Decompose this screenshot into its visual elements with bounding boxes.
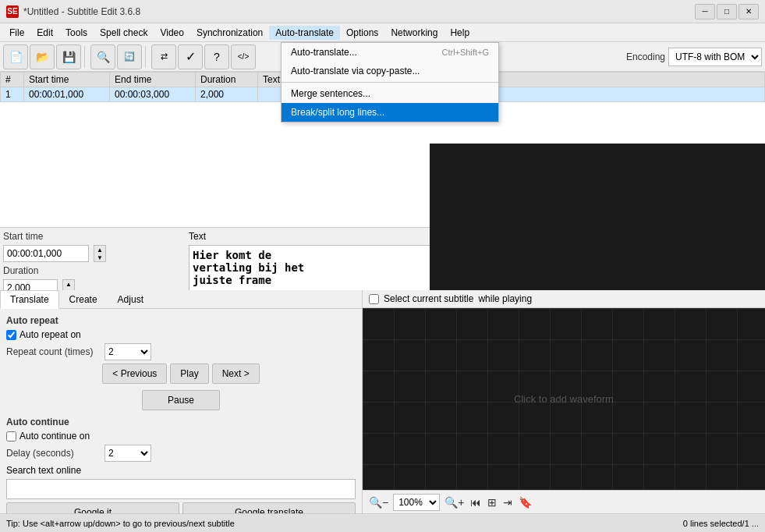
menu-options[interactable]: Options — [340, 26, 384, 40]
close-button[interactable]: ✕ — [738, 4, 759, 20]
code-button[interactable]: </> — [231, 44, 256, 69]
col-start-time: Start time — [24, 73, 110, 87]
delay-select[interactable]: 2 3 5 — [104, 445, 151, 462]
merge-sentences-label: Merge sentences... — [291, 88, 370, 99]
auto-repeat-on-label: Auto repeat on — [19, 329, 81, 340]
auto-translate-copy-label: Auto-translate via copy-paste... — [291, 66, 420, 76]
zoom-in-button[interactable]: 🔍+ — [443, 496, 466, 509]
autotranslate-dropdown: Auto-translate... Ctrl+Shift+G Auto-tran… — [281, 42, 499, 122]
next-btn[interactable]: Next > — [212, 364, 260, 384]
auto-translate-shortcut: Ctrl+Shift+G — [441, 48, 489, 57]
break-split-item[interactable]: Break/split long lines... — [282, 103, 498, 122]
start-time-input-row: ▲ ▼ — [3, 245, 182, 262]
spin-up[interactable]: ▲ — [94, 246, 105, 254]
tab-translate[interactable]: Translate — [0, 290, 59, 309]
find-button[interactable]: 🔍 — [90, 44, 115, 69]
break-split-label: Break/split long lines... — [291, 107, 384, 118]
cell-num: 1 — [1, 87, 24, 102]
auto-continue-section-label: Auto continue — [6, 417, 356, 427]
dur-spin-up[interactable]: ▲ — [63, 280, 74, 288]
previous-button[interactable]: < Previous — [102, 364, 167, 384]
menu-bar: File Edit Tools Spell check Video Synchr… — [0, 23, 765, 42]
google-it-button[interactable]: Google it — [6, 502, 179, 513]
auto-translate-copy-item[interactable]: Auto-translate via copy-paste... — [282, 62, 498, 80]
start-time-input[interactable] — [3, 245, 89, 262]
check-button[interactable]: ✓ — [178, 44, 203, 69]
select-subtitle-row: Select current subtitle while playing — [363, 290, 765, 308]
auto-repeat-on-row: Auto repeat on — [6, 329, 356, 340]
waveform-placeholder: Click to add waveform — [514, 393, 614, 405]
col-end-time: End time — [110, 73, 196, 87]
tab-create[interactable]: Create — [59, 290, 108, 309]
auto-translate-item[interactable]: Auto-translate... Ctrl+Shift+G — [282, 43, 498, 62]
delay-row: Delay (seconds) 2 3 5 — [6, 445, 356, 462]
start-time-label: Start time — [3, 231, 58, 242]
tabs-header: Translate Create Adjust — [0, 290, 362, 309]
menu-synchronization[interactable]: Synchronization — [190, 26, 269, 40]
menu-spellcheck[interactable]: Spell check — [94, 26, 154, 40]
duration-label: Duration — [3, 265, 58, 276]
menu-file[interactable]: File — [3, 26, 30, 40]
repeat-count-select[interactable]: 2 3 5 — [104, 343, 151, 360]
auto-repeat-checkbox[interactable] — [6, 330, 16, 340]
status-bar: Tip: Use <alt+arrow up/down> to go to pr… — [0, 513, 765, 532]
waveform-display[interactable]: Click to add waveform — [363, 308, 765, 490]
zoom-out-button[interactable]: 🔍− — [367, 496, 390, 509]
text-label: Text — [189, 231, 206, 242]
go-start-button[interactable]: ⏮ — [469, 496, 483, 509]
tab-adjust[interactable]: Adjust — [108, 290, 154, 309]
maximize-button[interactable]: □ — [717, 4, 737, 20]
select-subtitle-checkbox[interactable] — [369, 294, 379, 304]
bookmark-button[interactable]: 🔖 — [517, 496, 533, 509]
spin-down[interactable]: ▼ — [94, 254, 105, 261]
menu-autotranslate[interactable]: Auto-translate — [269, 26, 340, 40]
title-bar: SE *Untitled - Subtitle Edit 3.6.8 ─ □ ✕ — [0, 0, 765, 23]
new-button[interactable]: 📄 — [3, 44, 28, 69]
auto-translate-label: Auto-translate... — [291, 47, 357, 58]
repeat-count-label: Repeat count (times) — [6, 346, 100, 357]
replace-button[interactable]: 🔄 — [117, 44, 142, 69]
delay-label: Delay (seconds) — [6, 448, 100, 459]
menu-tools[interactable]: Tools — [59, 26, 94, 40]
move-right-button[interactable]: ⇥ — [501, 496, 514, 509]
encoding-area: Encoding UTF-8 with BOM — [626, 48, 762, 66]
search-text-online-label: Search text online — [6, 465, 356, 476]
while-playing-label: while playing — [478, 293, 532, 304]
merge-sentences-item[interactable]: Merge sentences... — [282, 84, 498, 103]
tabs-area: Translate Create Adjust Auto repeat Auto… — [0, 290, 363, 513]
app-title: *Untitled - Subtitle Edit 3.6.8 — [23, 6, 140, 17]
menu-edit[interactable]: Edit — [30, 26, 59, 40]
search-input[interactable] — [6, 479, 356, 499]
open-button[interactable]: 📂 — [30, 44, 55, 69]
auto-repeat-section-label: Auto repeat — [6, 315, 356, 326]
dropdown-separator — [282, 82, 498, 83]
frames-button[interactable]: ⊞ — [486, 496, 498, 509]
toolbar-separator-1 — [84, 46, 87, 68]
auto-continue-on-row: Auto continue on — [6, 431, 356, 442]
menu-help[interactable]: Help — [444, 26, 476, 40]
waveform-area: Select current subtitle while playing Cl… — [363, 290, 765, 513]
zoom-select[interactable]: 100% 50% 75% 125% 150% 200% — [393, 494, 440, 511]
pause-button[interactable]: Pause — [142, 390, 220, 410]
encoding-select[interactable]: UTF-8 with BOM — [668, 48, 762, 66]
translate-button[interactable]: ⇄ — [151, 44, 176, 69]
menu-video[interactable]: Video — [154, 26, 189, 40]
auto-continue-checkbox[interactable] — [6, 431, 16, 442]
lines-selected: 0 lines selected/1 ... — [683, 519, 759, 528]
play-button[interactable]: Play — [170, 364, 208, 384]
tab-content-translate: Auto repeat Auto repeat on Repeat count … — [0, 309, 362, 513]
search-buttons: Google it Google translate — [6, 502, 356, 513]
minimize-button[interactable]: ─ — [695, 4, 715, 20]
status-tip: Tip: Use <alt+arrow up/down> to go to pr… — [6, 519, 235, 528]
save-button[interactable]: 💾 — [56, 44, 81, 69]
menu-networking[interactable]: Networking — [384, 26, 444, 40]
start-time-spinner[interactable]: ▲ ▼ — [94, 245, 106, 262]
select-subtitle-label: Select current subtitle — [384, 293, 473, 304]
repeat-count-row: Repeat count (times) 2 3 5 — [6, 343, 356, 360]
auto-continue-on-label: Auto continue on — [19, 431, 90, 442]
help-button[interactable]: ? — [204, 44, 229, 69]
google-translate-button[interactable]: Google translate — [182, 502, 356, 513]
search-area: Search text online Google it Google tran… — [6, 465, 356, 513]
cell-duration: 2,000 — [196, 87, 258, 102]
duration-row: Duration — [3, 265, 182, 276]
